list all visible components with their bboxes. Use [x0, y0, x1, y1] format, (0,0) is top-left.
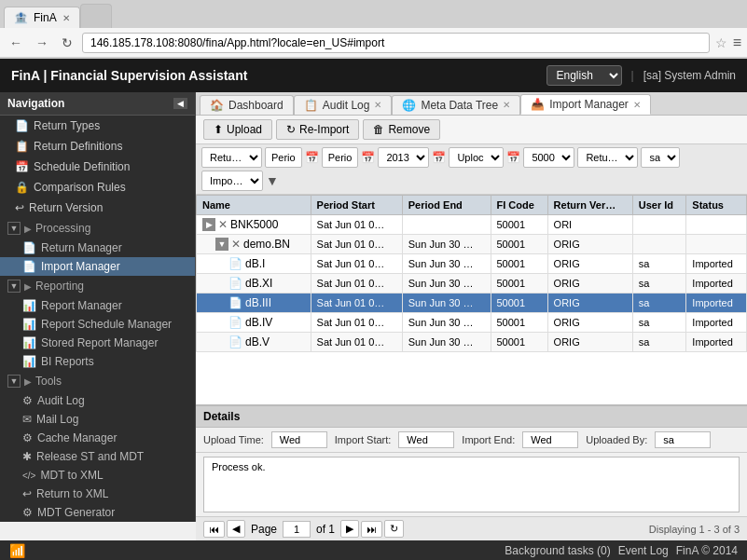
bookmark-icon[interactable]: ☆: [715, 35, 727, 50]
cell-period-end: Sun Jun 30 …: [402, 235, 491, 254]
upload-button[interactable]: ⬆ Upload: [203, 119, 272, 140]
filter-year[interactable]: 2013: [378, 147, 429, 168]
sidebar-item-return-version[interactable]: ↩ Return Version: [0, 198, 195, 218]
sidebar-collapse-btn[interactable]: ◀: [173, 98, 187, 109]
table-row[interactable]: 📄 dB.I Sat Jun 01 0… Sun Jun 30 … 50001 …: [197, 254, 747, 274]
filter-calendar-icon-3[interactable]: 📅: [432, 151, 446, 164]
page-input[interactable]: [283, 521, 311, 538]
remove-icon: 🗑: [373, 123, 384, 136]
sidebar-item-mdt-generator[interactable]: ⚙ MDT Generator: [0, 503, 195, 522]
filter-return-type[interactable]: Retu…: [201, 147, 262, 168]
filter-period-btn-2[interactable]: Perio: [322, 147, 359, 168]
meta-data-tab-close[interactable]: ✕: [503, 100, 510, 110]
content-tabs: 🏠 Dashboard 📋 Audit Log ✕ 🌐 Meta Data Tr…: [196, 92, 747, 116]
background-tasks[interactable]: Background tasks (0): [505, 544, 610, 557]
cell-user-id: [632, 235, 686, 254]
cell-status: Imported: [686, 313, 747, 333]
filter-5000[interactable]: 5000: [523, 147, 574, 168]
table-row[interactable]: ▶ ✕ BNK5000 Sat Jun 01 0… 50001 ORI: [197, 215, 747, 235]
sidebar-group-reporting[interactable]: ▼ ▶ Reporting: [0, 276, 195, 296]
filter-upload-icon[interactable]: 📅: [506, 151, 520, 164]
cell-status: Imported: [686, 274, 747, 294]
row-expand-btn[interactable]: ▶: [202, 218, 215, 231]
forward-button[interactable]: →: [32, 34, 52, 52]
back-button[interactable]: ←: [6, 34, 26, 52]
sidebar-item-audit-log[interactable]: ⚙ Audit Log: [0, 391, 195, 410]
last-page-btn[interactable]: ⏭: [361, 521, 382, 538]
inactive-tab[interactable]: [80, 4, 112, 28]
filter-user[interactable]: sa: [641, 147, 680, 168]
active-tab[interactable]: 🏦 FinA ✕: [4, 7, 80, 28]
filter-return-ver[interactable]: Retu…: [577, 147, 638, 168]
reimport-icon: ↻: [286, 123, 296, 136]
sidebar-group-tools[interactable]: ▼ ▶ Tools: [0, 371, 195, 391]
sidebar-item-return-manager[interactable]: 📄 Return Manager: [0, 239, 195, 257]
filter-calendar-icon-2[interactable]: 📅: [361, 151, 375, 164]
reload-button[interactable]: ↻: [58, 34, 76, 52]
first-page-btn[interactable]: ⏮: [203, 521, 225, 538]
sidebar-item-return-definitions[interactable]: 📋 Return Definitions: [0, 136, 195, 157]
table-row[interactable]: ▼ ✕ demo.BN Sat Jun 01 0… Sun Jun 30 … 5…: [197, 235, 747, 254]
cell-fi-code: 50001: [491, 254, 547, 274]
table-row[interactable]: 📄 dB.V Sat Jun 01 0… Sun Jun 30 … 50001 …: [197, 333, 747, 352]
prev-page-btn[interactable]: ◀: [227, 520, 245, 538]
navigation-label: Navigation: [7, 97, 64, 110]
cell-name: 📄 dB.IV: [197, 313, 311, 333]
tab-dashboard[interactable]: 🏠 Dashboard: [200, 95, 294, 115]
filter-bar: Retu… Perio 📅 Perio 📅 2013 📅 Uploc 📅 500…: [196, 144, 747, 195]
table-row[interactable]: 📄 dB.III Sat Jun 01 0… Sun Jun 30 … 5000…: [197, 294, 747, 313]
processing-items: 📄 Return Manager 📄 Import Manager: [0, 239, 195, 276]
processing-toggle[interactable]: ▼: [7, 222, 21, 235]
import-manager-tab-close[interactable]: ✕: [633, 100, 641, 110]
tab-favicon: 🏦: [14, 11, 28, 24]
event-log[interactable]: Event Log: [618, 544, 669, 557]
audit-log-tab-close[interactable]: ✕: [374, 100, 381, 110]
row-icon: 📄: [228, 335, 242, 348]
sidebar-item-report-schedule[interactable]: 📊 Report Schedule Manager: [0, 315, 195, 334]
address-bar[interactable]: [82, 33, 710, 53]
sidebar-item-return-xml[interactable]: ↩ Return to XML: [0, 485, 195, 503]
language-select[interactable]: English Français Deutsch: [546, 65, 622, 86]
sidebar-group-processing[interactable]: ▼ ▶ Processing: [0, 218, 195, 239]
filter-period-btn-1[interactable]: Perio: [265, 147, 302, 168]
filter-funnel-icon[interactable]: ▼: [266, 173, 279, 188]
row-collapse-btn[interactable]: ▼: [215, 238, 228, 251]
sidebar-item-mail-log[interactable]: ✉ Mail Log: [0, 410, 195, 429]
sidebar-item-stored-report[interactable]: 📊 Stored Report Manager: [0, 334, 195, 352]
row-icon: ✕: [231, 238, 241, 251]
sidebar-item-schedule-definition[interactable]: 📅 Schedule Definition: [0, 157, 195, 177]
cell-period-start: Sat Jun 01 0…: [311, 235, 402, 254]
sidebar-item-report-manager[interactable]: 📊 Report Manager: [0, 296, 195, 315]
filter-calendar-icon-1[interactable]: 📅: [305, 151, 319, 164]
comparison-rules-icon: 🔒: [15, 181, 29, 194]
sidebar-item-import-manager[interactable]: 📄 Import Manager: [0, 257, 195, 276]
cell-status: Imported: [686, 254, 747, 274]
tools-toggle[interactable]: ▼: [7, 375, 21, 388]
tab-close-btn[interactable]: ✕: [62, 13, 70, 23]
reporting-items: 📊 Report Manager 📊 Report Schedule Manag…: [0, 296, 195, 371]
browser-menu-icon[interactable]: ≡: [733, 34, 741, 51]
filter-upload[interactable]: Uploc: [449, 147, 504, 168]
reporting-toggle[interactable]: ▼: [7, 280, 21, 293]
col-user-id: User Id: [632, 196, 686, 215]
tab-import-manager[interactable]: 📥 Import Manager ✕: [520, 94, 651, 115]
filter-status[interactable]: Impo…: [201, 171, 263, 191]
sidebar-item-bi-reports[interactable]: 📊 BI Reports: [0, 352, 195, 371]
refresh-btn[interactable]: ↻: [384, 520, 404, 538]
row-icon: 📄: [228, 316, 242, 329]
table-row[interactable]: 📄 dB.XI Sat Jun 01 0… Sun Jun 30 … 50001…: [197, 274, 747, 294]
next-page-btn[interactable]: ▶: [340, 520, 359, 538]
table-row[interactable]: 📄 dB.IV Sat Jun 01 0… Sun Jun 30 … 50001…: [197, 313, 747, 333]
sidebar-item-release-st[interactable]: ✱ Release ST and MDT: [0, 447, 195, 466]
uploaded-by-value: sa: [655, 431, 711, 448]
sidebar-item-mdt-xml[interactable]: </> MDT to XML: [0, 466, 195, 485]
sidebar-item-return-types[interactable]: 📄 Return Types: [0, 116, 195, 136]
sidebar-item-return-definitions-label: Return Definitions: [34, 140, 122, 153]
sidebar-item-comparison-rules[interactable]: 🔒 Comparison Rules: [0, 177, 195, 198]
sidebar-item-cache-manager[interactable]: ⚙ Cache Manager: [0, 429, 195, 447]
remove-button[interactable]: 🗑 Remove: [363, 119, 440, 140]
tab-meta-data-tree[interactable]: 🌐 Meta Data Tree ✕: [392, 95, 520, 115]
reimport-button[interactable]: ↻ Re-Import: [276, 119, 359, 140]
tab-audit-log[interactable]: 📋 Audit Log ✕: [294, 95, 393, 115]
wifi-icon: 📶: [9, 543, 25, 558]
